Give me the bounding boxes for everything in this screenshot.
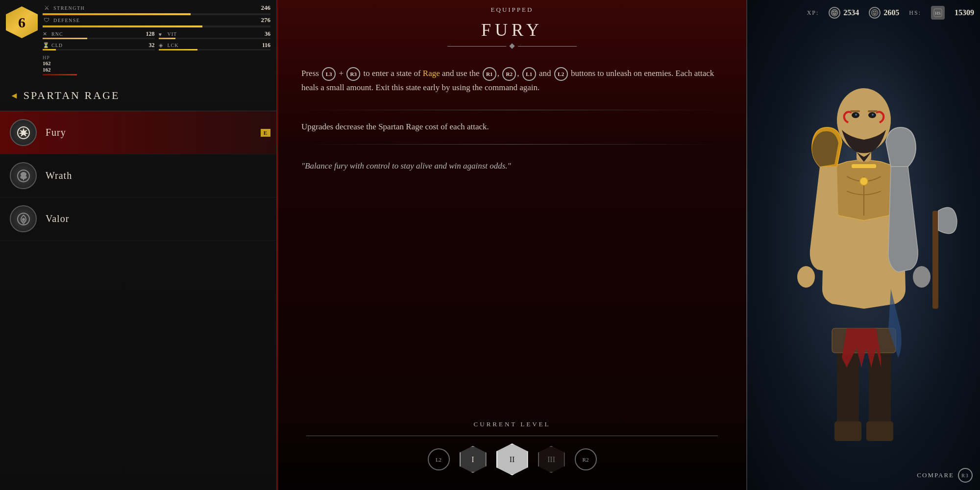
ability-item-wrath[interactable]: Wrath [0,154,276,197]
rnc-bar-bg [43,38,155,39]
svg-rect-28 [868,110,878,112]
xp-kratos-val: 2534 [843,8,859,17]
vit-value: 36 [265,30,270,38]
rnc-bar-fill [43,38,87,39]
stats-section: 6 ⚔ STRENGTH 246 🛡 DEFENSE 276 [0,0,276,75]
current-level-label: CURRENT LEVEL [277,420,747,428]
ability-item-fury[interactable]: Fury [0,111,276,154]
defense-row: 🛡 DEFENSE 276 [43,16,270,24]
cld-row: ⏳ CLD 32 [43,42,155,49]
desc-press: Press [301,69,319,78]
skill-divider-2 [301,144,723,145]
svg-rect-6 [835,11,836,12]
fury-svg [16,125,31,141]
left-panel: 6 ⚔ STRENGTH 246 🛡 DEFENSE 276 [0,0,277,490]
hs-val: 15309 [955,8,974,17]
spartan-rage-section: ◄ SPARTAN RAGE [0,80,276,111]
lck-label: LCK [168,43,179,48]
strength-bar-fill [43,13,191,15]
svg-rect-31 [932,211,938,309]
lck-icon: ◈ [159,42,166,49]
vit-bar-bg [159,38,271,39]
btn-r1: R1 [483,67,496,81]
xp-kratos: 2534 [829,7,859,19]
defense-bar-fill [43,25,202,27]
valor-name: Valor [46,213,69,224]
atreus-xp-icon [869,7,881,19]
cld-bar-bg [43,49,155,50]
fury-name: Fury [46,127,66,138]
node-3-label: III [547,455,555,464]
svg-rect-15 [834,421,861,441]
kratos-figure [761,15,967,466]
strength-row: ⚔ STRENGTH 246 [43,4,270,12]
hp-max: 162 [43,67,77,73]
compare-btn-badge: R3 [958,468,973,483]
comma1: , [497,69,499,78]
hs-label: HS: [909,9,921,17]
btn-l2-inline: L2 [554,67,568,81]
btn-r3: R3 [346,67,360,81]
cld-value: 32 [149,42,155,49]
level-nav-left[interactable]: L2 [428,448,450,470]
desc-and-use: and use the [442,69,479,78]
level-number: 6 [18,14,25,31]
defense-value: 276 [261,16,271,24]
strength-icon: ⚔ [43,4,50,12]
defense-bar-bg [43,25,270,27]
svg-rect-9 [876,11,877,12]
rnc-label: RNC [51,31,63,37]
svg-point-3 [22,218,25,221]
divider-line-right [518,46,577,47]
xp-atreus: 2605 [869,7,899,19]
svg-point-4 [831,9,838,16]
comma2: , [517,69,519,78]
level-node-2[interactable]: II [496,443,528,475]
middle-panel: Equipped FURY Press L3 + R3 to enter a s… [277,0,747,490]
kratos-xp-icon [829,7,840,19]
level-nav-right[interactable]: R2 [575,448,597,470]
nav-left-label: L2 [436,457,441,463]
divider-line-left [447,46,506,47]
skill-description: Press L3 + R3 to enter a state of Rage a… [277,57,747,105]
compare-button[interactable]: COMPARE R3 [917,468,973,483]
btn-l3: L3 [322,67,336,81]
wrath-icon [10,162,37,189]
spartan-rage-title: SPARTAN RAGE [24,89,120,102]
secondary-stats: ✕ RNC 128 ♥ VIT 36 [43,30,270,52]
atreus-face-icon [871,9,879,17]
btn-l1: L1 [522,67,536,81]
level-node-1[interactable]: I [460,446,487,473]
level-divider [306,436,718,436]
svg-point-26 [872,114,874,116]
wrath-svg [16,168,31,184]
wrath-name: Wrath [46,170,72,181]
level-node-3[interactable]: III [538,446,565,473]
svg-rect-16 [866,421,893,441]
svg-text:HS: HS [935,11,941,16]
vit-icon: ♥ [159,31,166,37]
hp-current: 162 [43,60,77,67]
xp-label: XP: [807,9,819,17]
ability-item-valor[interactable]: Valor [0,197,276,241]
stats-columns: ⚔ STRENGTH 246 🛡 DEFENSE 276 ✕ [43,4,270,75]
lck-bar-fill [159,49,198,50]
valor-svg [16,211,31,227]
vit-row: ♥ VIT 36 [159,30,271,38]
hp-bar-fill [43,74,77,75]
divider-diamond [509,43,514,49]
defense-label: DEFENSE [53,18,88,23]
hp-label: HP [43,55,77,60]
lck-value: 116 [262,42,270,49]
hacksilver-icon: HS [933,8,942,17]
nav-right-label: R2 [583,457,589,463]
svg-point-25 [855,114,857,116]
skill-title: FURY [296,20,728,40]
vit-group: ♥ VIT 36 [159,30,271,41]
cld-label: CLD [51,43,63,48]
and-word: and [539,69,553,78]
strength-label: STRENGTH [53,5,88,11]
rnc-icon: ✕ [43,31,49,37]
hud-top-right: XP: 2534 2605 [807,6,974,20]
cld-bar-fill [43,49,56,50]
